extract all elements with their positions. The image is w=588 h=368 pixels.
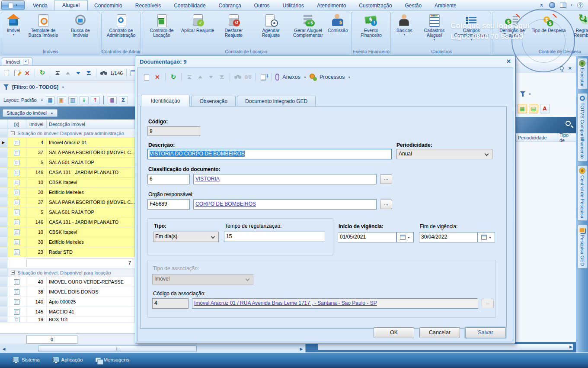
ribbon-button[interactable]: Template de Busca Imóveis <box>25 13 62 48</box>
list-view-button[interactable]: ▤ <box>529 104 538 113</box>
periodicidade-select[interactable]: Anual <box>396 149 492 159</box>
ribbon-button[interactable]: Desfazer Reajuste <box>215 13 252 48</box>
next-record-button[interactable] <box>207 73 215 81</box>
checkbox[interactable] <box>14 190 19 195</box>
search-button[interactable] <box>100 69 108 77</box>
fim-vigencia-field[interactable]: 30/04/2022 <box>419 232 478 242</box>
dialog-button[interactable]: OK <box>374 327 414 338</box>
dialog-tab[interactable]: Documento integrado GED <box>237 96 316 107</box>
orgao-lookup-button[interactable]: ... <box>380 200 392 209</box>
row-selector[interactable]: ▶ <box>0 227 7 237</box>
row-selector[interactable]: ▶ <box>0 168 7 177</box>
checkbox[interactable] <box>14 309 19 315</box>
dock-tab[interactable]: Central de Pesquisa <box>577 165 588 221</box>
classificacao-code-field[interactable]: 6 <box>147 174 190 184</box>
filter-funnel-icon[interactable] <box>3 84 9 90</box>
ribbon-button[interactable]: Gerar Aluguel Complementar <box>289 13 326 48</box>
anexos-button[interactable]: Anexos <box>282 74 300 80</box>
header-tipo-de[interactable]: Tipo de <box>557 133 576 142</box>
ribbon-button[interactable]: Comissão <box>326 13 349 48</box>
checkbox[interactable] <box>14 170 19 175</box>
row-check-cell[interactable] <box>7 178 26 187</box>
new-record-button[interactable] <box>143 73 150 81</box>
filter-value[interactable]: [Filtro: 00 - TODOS] <box>12 84 58 90</box>
row-check-cell[interactable] <box>7 277 26 287</box>
ribbon-button[interactable]: Contrato de Administração <box>102 13 140 48</box>
refresh-button[interactable]: ↻ <box>38 69 46 77</box>
row-selector[interactable]: ▶ <box>0 178 7 187</box>
new-record-button[interactable] <box>3 69 10 77</box>
chevron-down-icon[interactable]: ▼ <box>570 4 573 6</box>
refresh-button[interactable]: ↻ <box>169 73 177 81</box>
tab-imovel[interactable]: Imóvel × <box>2 58 32 65</box>
checkbox[interactable] <box>14 239 19 245</box>
sort-button[interactable] <box>259 73 267 81</box>
row-selector[interactable]: ▶ <box>0 317 7 322</box>
row-check-cell[interactable] <box>7 307 26 316</box>
ribbon-button[interactable]: Evento Financeiro <box>352 13 390 48</box>
previous-record-button[interactable] <box>64 69 72 77</box>
tipo-select[interactable]: Em dia(s) <box>153 232 219 242</box>
ribbon-button[interactable]: Definição de Despesa <box>493 13 530 48</box>
ribbon-button[interactable]: Campos Complementares ▼ <box>453 13 490 48</box>
row-selector[interactable]: ▶ <box>0 237 7 247</box>
descricao-field[interactable]: VISTORIA DO CORPO DE BOMBEIROS <box>147 149 392 159</box>
checkbox[interactable] <box>14 150 19 155</box>
checkbox[interactable] <box>14 160 19 165</box>
row-check-cell[interactable] <box>7 217 26 227</box>
horizontal-scrollbar[interactable]: ◀ ▶ <box>0 345 305 352</box>
chevron-down-icon[interactable]: ▼ <box>41 99 44 102</box>
import-layout-button[interactable]: ↓ <box>80 96 89 104</box>
row-selector[interactable]: ▶ <box>0 287 7 297</box>
collapse-group-icon[interactable] <box>11 271 15 274</box>
dialog-button[interactable]: Cancelar <box>419 327 460 338</box>
row-selector[interactable]: ▶ <box>0 148 7 157</box>
processos-button[interactable]: Processos <box>320 74 345 80</box>
row-selector[interactable]: ▶ <box>0 297 7 307</box>
checkbox[interactable] <box>14 140 19 145</box>
ribbon-tab[interactable]: Cobrança <box>212 1 248 10</box>
header-check[interactable]: [x] <box>7 119 26 129</box>
background-filter[interactable]: ▼ <box>520 91 531 97</box>
close-icon[interactable]: × <box>507 58 511 65</box>
ribbon-tab[interactable]: Condomínio <box>88 1 129 10</box>
orgao-desc-field[interactable]: CORPO DE BOMBEIROS <box>193 199 377 210</box>
search-icon[interactable] <box>566 121 571 126</box>
dialog-tab[interactable]: Identificação <box>141 95 190 107</box>
layout-select[interactable]: Padrão <box>21 97 36 103</box>
ribbon-button[interactable]: Busca de Imóveis <box>62 13 99 48</box>
layout-panes-button[interactable] <box>559 2 566 9</box>
checkbox[interactable] <box>14 279 19 285</box>
classificacao-link[interactable]: VISTORIA <box>195 176 220 182</box>
checkbox[interactable] <box>14 299 19 305</box>
summary-button[interactable]: Σ <box>119 96 128 104</box>
collapse-group-icon[interactable] <box>11 131 15 135</box>
grid-view-button[interactable]: ▦ <box>518 104 527 113</box>
dialog-titlebar[interactable]: Documentação: 9 × <box>135 56 515 67</box>
row-selector[interactable]: ▶ <box>0 138 7 147</box>
delete-layout-button[interactable]: ▣ <box>57 96 66 104</box>
ribbon-button[interactable]: Imóvel ▼ <box>2 13 25 48</box>
checkbox[interactable] <box>14 249 19 255</box>
checkbox[interactable] <box>14 180 19 185</box>
row-selector[interactable]: ▶ <box>0 197 7 207</box>
globe-icon[interactable] <box>549 2 556 9</box>
delete-record-button[interactable]: × <box>23 69 31 77</box>
ribbon-tab[interactable]: Recebíveis <box>129 1 167 10</box>
checkbox[interactable] <box>14 289 19 295</box>
row-check-cell[interactable] <box>7 287 26 297</box>
ribbon-tab[interactable]: Utilitários <box>276 1 310 10</box>
scroll-left-icon[interactable]: ◀ <box>0 345 7 352</box>
first-record-button[interactable] <box>185 73 193 81</box>
row-check-cell[interactable] <box>7 158 26 167</box>
save-layout-button[interactable]: ▦ <box>46 96 55 104</box>
ribbon-button[interactable]: Tipo de Despesa <box>530 13 566 48</box>
inicio-vigencia-field[interactable]: 01/05/2021 <box>338 232 396 242</box>
horizontal-scrollbar[interactable] <box>318 344 573 350</box>
close-icon[interactable]: × <box>568 65 572 71</box>
scroll-right-icon[interactable]: ▶ <box>298 345 305 352</box>
chevron-down-icon[interactable]: ▼ <box>61 86 64 89</box>
header-descricao[interactable]: Descrição imóvel <box>47 119 135 129</box>
row-selector[interactable]: ▶ <box>0 307 7 316</box>
ribbon-button[interactable]: Cadastros Aluguel ▼ <box>415 13 453 48</box>
